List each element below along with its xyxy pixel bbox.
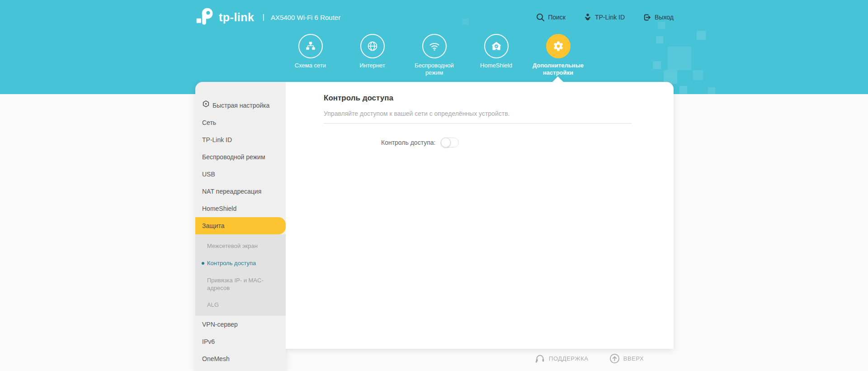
logo-text: tp-link <box>219 11 255 24</box>
submenu-item-access-control[interactable]: Контроль доступа <box>195 255 286 272</box>
arrow-up-circle-icon <box>609 353 620 364</box>
deco-square <box>679 86 687 94</box>
active-tab-pointer <box>552 76 563 82</box>
search-button[interactable]: Поиск <box>536 13 566 22</box>
submenu-item-firewall[interactable]: Межсетевой экран <box>195 238 286 255</box>
settings-panel: Быстрая настройка Сеть TP-Link ID Беспро… <box>195 82 674 371</box>
tab-label: Дополнительные настройки <box>531 62 586 76</box>
back-to-top-label: ВВЕРХ <box>623 355 644 362</box>
access-control-row: Контроль доступа: <box>381 138 632 147</box>
sidebar-item-wireless[interactable]: Беспроводной режим <box>195 148 286 166</box>
headset-icon <box>535 353 545 364</box>
footer: ПОДДЕРЖКА ВВЕРХ <box>535 353 644 364</box>
tab-network-map[interactable]: Схема сети <box>279 34 341 76</box>
page-description: Управляйте доступом к вашей сети с опред… <box>324 110 632 117</box>
sidebar-item-nat[interactable]: NAT переадресация <box>195 183 286 200</box>
deco-square <box>693 70 703 80</box>
sidebar-item-network[interactable]: Сеть <box>195 114 286 131</box>
submenu-item-alg[interactable]: ALG <box>195 296 286 314</box>
logout-button[interactable]: Выход <box>643 13 674 22</box>
page-title: Контроль доступа <box>324 94 632 103</box>
tab-internet[interactable]: Интернет <box>341 34 403 76</box>
sidebar-item-quick-setup[interactable]: Быстрая настройка <box>195 97 286 114</box>
toggle-knob <box>441 138 451 147</box>
gear-icon <box>546 34 571 58</box>
tplink-id-button[interactable]: TP-Link ID <box>584 13 625 21</box>
globe-icon <box>360 34 385 58</box>
tab-label: Схема сети <box>295 62 326 69</box>
topbar: tp-link | AX5400 Wi-Fi 6 Router Поиск <box>195 5 674 30</box>
search-label: Поиск <box>548 14 566 21</box>
person-icon <box>584 13 592 21</box>
topbar-actions: Поиск TP-Link ID <box>536 13 674 22</box>
sidebar-menu-bottom: VPN-сервер IPv6 OneMesh <box>195 316 286 367</box>
sidebar-item-vpn-server[interactable]: VPN-сервер <box>195 316 286 333</box>
divider <box>324 123 632 124</box>
brand-separator: | <box>263 13 264 22</box>
deco-square <box>708 87 715 95</box>
toggle-label: Контроль доступа: <box>381 139 435 146</box>
sidebar-item-ipv6[interactable]: IPv6 <box>195 333 286 350</box>
network-map-icon <box>298 34 323 58</box>
tab-label: Интернет <box>359 62 385 69</box>
deco-square <box>697 31 706 40</box>
deco-square <box>656 36 663 43</box>
selected-dot-icon <box>202 262 204 265</box>
tab-label: HomeShield <box>480 62 512 69</box>
security-submenu: Межсетевой экран Контроль доступа Привяз… <box>195 234 286 316</box>
gear-outline-icon <box>202 97 210 114</box>
wifi-icon <box>422 34 447 58</box>
sidebar-item-label: Быстрая настройка <box>212 97 269 114</box>
tab-wireless[interactable]: Беспроводной режим <box>403 34 465 76</box>
product-title: AX5400 Wi-Fi 6 Router <box>271 14 340 21</box>
access-control-toggle[interactable] <box>441 138 459 147</box>
tab-label: Беспроводной режим <box>407 62 462 76</box>
sidebar-item-onemesh[interactable]: OneMesh <box>195 350 286 367</box>
router-admin-page: tp-link | AX5400 Wi-Fi 6 Router Поиск <box>0 0 868 371</box>
sidebar-item-security[interactable]: Защита <box>195 217 286 234</box>
tp-link-logo-icon <box>195 7 215 28</box>
home-shield-icon <box>484 34 509 58</box>
brand: tp-link | AX5400 Wi-Fi 6 Router <box>195 7 340 28</box>
sidebar-menu: Быстрая настройка Сеть TP-Link ID Беспро… <box>195 82 286 234</box>
logout-label: Выход <box>655 14 674 21</box>
submenu-item-label: Контроль доступа <box>207 260 256 266</box>
support-button[interactable]: ПОДДЕРЖКА <box>535 353 589 364</box>
back-to-top-button[interactable]: ВВЕРХ <box>609 353 644 364</box>
logout-icon <box>643 13 651 22</box>
tab-advanced-settings[interactable]: Дополнительные настройки <box>527 34 589 76</box>
search-icon <box>536 13 545 22</box>
sidebar-item-tplink-id[interactable]: TP-Link ID <box>195 131 286 148</box>
submenu-item-ip-mac-binding[interactable]: Привязка IP- и MAC-адресов <box>195 272 286 296</box>
sidebar-item-homeshield[interactable]: HomeShield <box>195 200 286 217</box>
tab-homeshield[interactable]: HomeShield <box>465 34 527 76</box>
main-nav: Схема сети Интернет Беспров <box>279 34 589 76</box>
sidebar-item-usb[interactable]: USB <box>195 166 286 183</box>
content-area: Контроль доступа Управляйте доступом к в… <box>286 82 674 349</box>
support-label: ПОДДЕРЖКА <box>549 355 589 362</box>
deco-square <box>668 47 691 70</box>
deco-square <box>653 61 661 69</box>
tplink-id-label: TP-Link ID <box>595 14 625 21</box>
sidebar: Быстрая настройка Сеть TP-Link ID Беспро… <box>195 82 286 371</box>
